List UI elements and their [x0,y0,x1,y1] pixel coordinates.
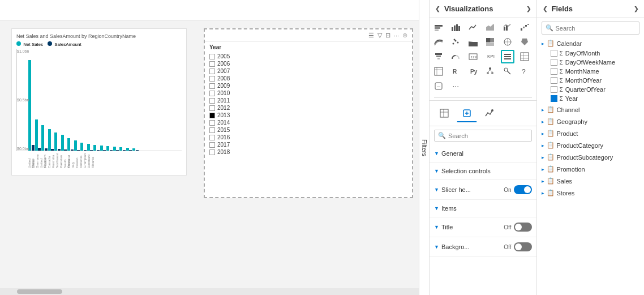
field-group-header[interactable]: ▸📋Stores [539,187,642,198]
fields-nav-left[interactable]: ❮ [543,6,547,12]
field-group-header[interactable]: ▸📋Channel [539,104,642,115]
section-general-header[interactable]: ▼ General [430,147,536,160]
field-checkbox[interactable] [551,86,557,93]
viz-ribbon[interactable] [432,35,445,49]
slicer-checkbox[interactable] [209,135,215,140]
slicer-item[interactable]: 2012 [209,104,407,112]
section-slicer-header-toggle[interactable]: ▼ Slicer he... On [430,182,536,197]
bar-net-sales[interactable] [106,146,109,151]
section-items-header[interactable]: ▼ Items [430,202,536,215]
scrollbar-thumb[interactable] [17,289,62,294]
field-item[interactable]: ΣQuarterOfYear [539,85,642,94]
viz-filled-map[interactable] [518,35,531,49]
slicer-menu-icon[interactable]: ☰ [368,32,374,39]
slicer-checkbox[interactable] [209,91,215,96]
viz-card[interactable]: 123 [466,50,480,63]
field-item[interactable]: ΣYear [539,94,642,103]
background-toggle-switch[interactable] [514,242,532,251]
bar-sales-amount[interactable] [45,148,48,151]
viz-kpi[interactable]: KPI [483,50,497,63]
section-title-header[interactable]: ▼ Title Off [430,220,536,234]
viz-search-input[interactable] [448,132,528,139]
slicer-item[interactable]: 2014 [209,119,407,126]
horizontal-scrollbar[interactable] [0,288,419,295]
viz-gauge[interactable] [449,50,462,63]
viz-slicer[interactable] [501,50,514,63]
slicer-item[interactable]: 2015 [209,126,407,134]
viz-nav-left[interactable]: ❮ [435,6,440,12]
viz-combo-chart[interactable] [501,20,514,34]
bar-sales-amount[interactable] [116,150,119,151]
bar-net-sales[interactable] [35,119,38,151]
field-checkbox[interactable] [551,77,557,84]
bar-sales-amount[interactable] [97,150,100,151]
fields-search-box[interactable]: 🔍 [542,22,640,35]
bar-sales-amount[interactable] [71,149,74,151]
slicer-toggle[interactable]: On [504,185,531,194]
field-checkbox[interactable] [551,95,557,102]
slicer-item[interactable]: 2016 [209,134,407,141]
slicer-checkbox[interactable] [209,54,215,59]
field-item[interactable]: ΣDayOfMonth [539,49,642,58]
slicer-checkbox[interactable] [209,142,215,148]
bar-chart-visual[interactable]: Net Sales and SalesAmount by RegionCount… [11,28,187,176]
viz-area-chart[interactable] [483,20,497,34]
slicer-expand-icon[interactable]: ⊡ [385,32,390,39]
field-checkbox[interactable] [551,50,557,57]
bar-sales-amount[interactable] [58,149,61,151]
viz-scatter[interactable] [449,35,462,49]
slicer-checkbox[interactable] [209,113,215,118]
bar-sales-amount[interactable] [90,150,93,151]
field-item[interactable]: ΣDayOfWeekName [539,58,642,67]
slicer-more-icon[interactable]: ··· [394,32,399,39]
viz-qna[interactable]: ? [518,65,531,78]
viz-more-button[interactable]: ··· [449,79,465,93]
bar-net-sales[interactable] [74,140,77,151]
slicer-filter-icon[interactable]: ▽ [377,32,382,39]
viz-treemap[interactable] [483,35,497,49]
bar-net-sales[interactable] [132,148,135,151]
field-checkbox[interactable] [551,59,557,66]
slicer-item[interactable]: 2009 [209,82,407,89]
slicer-item[interactable]: 2007 [209,67,407,75]
slicer-checkbox[interactable] [209,120,215,126]
field-group-header[interactable]: ▸📋Product [539,128,642,139]
field-group-header[interactable]: ▸📋ProductSubcategory [539,152,642,163]
bar-net-sales[interactable] [126,148,129,151]
bar-sales-amount[interactable] [129,150,132,151]
bar-sales-amount[interactable] [32,145,35,151]
slicer-checkbox[interactable] [209,83,215,89]
viz-search-box[interactable]: 🔍 [434,130,532,142]
bar-net-sales[interactable] [100,146,103,151]
viz-stacked-bar[interactable] [432,20,445,34]
slicer-item[interactable]: 2013 [209,112,407,119]
slicer-toggle-switch[interactable] [514,185,532,194]
viz-matrix[interactable] [432,65,445,78]
slicer-item[interactable]: 2018 [209,148,407,156]
field-group-header[interactable]: ▸📋ProductCategory [539,140,642,151]
bar-net-sales[interactable] [87,144,90,151]
slicer-checkbox[interactable] [209,61,215,67]
bar-net-sales[interactable] [113,147,116,151]
viz-bar-chart[interactable] [449,20,462,34]
field-item[interactable]: ΣMonthName [539,67,642,76]
slicer-checkbox[interactable] [209,76,215,82]
bar-sales-amount[interactable] [123,150,126,151]
title-toggle[interactable]: Off [504,223,531,232]
viz-pie[interactable] [466,35,480,49]
viz-custom-1[interactable]: ··· [432,79,445,93]
viz-r-visual[interactable]: R [449,65,462,78]
viz-waterfall[interactable] [518,20,531,34]
slicer-checkbox[interactable] [209,105,215,111]
bar-sales-amount[interactable] [103,150,106,151]
bar-net-sales[interactable] [54,132,57,151]
slicer-item[interactable]: 2011 [209,97,407,104]
section-background-header[interactable]: ▼ Backgro... Off [430,240,536,254]
title-toggle-switch[interactable] [514,223,532,232]
bar-sales-amount[interactable] [38,148,41,151]
slicer-checkbox[interactable] [209,69,215,74]
field-group-header[interactable]: ▸📋Geography [539,116,642,127]
slicer-item[interactable]: 2008 [209,75,407,82]
slicer-item[interactable]: 2005 [209,53,407,60]
bar-net-sales[interactable] [93,145,96,151]
